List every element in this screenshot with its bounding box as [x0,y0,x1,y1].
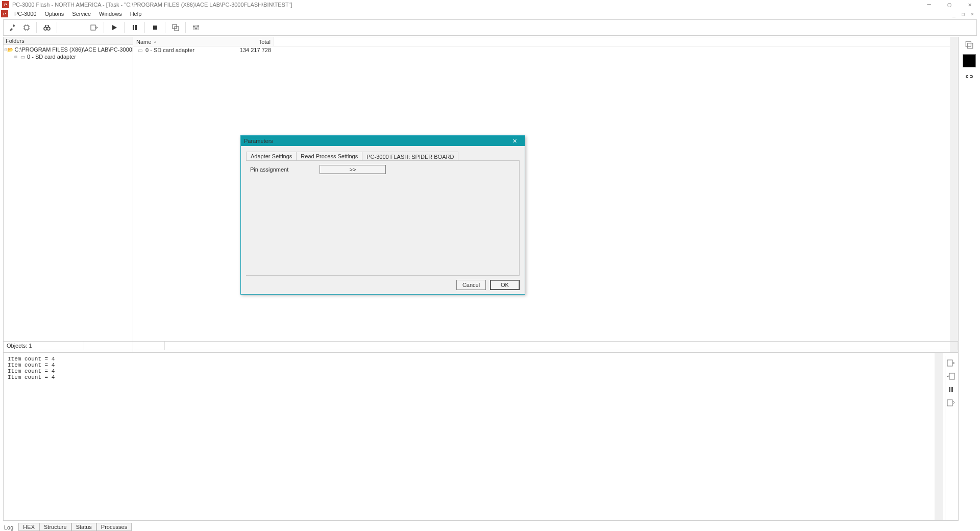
dialog-tabs: Adapter Settings Read Process Settings P… [246,150,520,160]
pin-assignment-button[interactable]: >> [320,165,386,174]
menu-service[interactable]: Service [68,10,95,17]
svg-rect-0 [24,26,29,30]
cell-total: 134 217 728 [240,47,271,53]
svg-rect-4 [133,25,134,30]
tab-log[interactable]: Log [3,524,18,531]
svg-point-11 [198,26,199,27]
svg-rect-13 [968,43,973,49]
status-bar: Objects: 1 [3,341,959,350]
status-cell-3 [165,342,958,350]
bottom-tabbar: Log HEX Structure Status Processes [3,522,977,531]
link-icon[interactable] [963,70,976,83]
app-icon: P [2,1,9,8]
svg-rect-17 [951,387,953,392]
svg-rect-12 [966,41,971,46]
drive-icon: ▭ [136,47,143,53]
window-minimize-button[interactable]: ─ [919,0,939,9]
column-name-label: Name [136,39,151,45]
mdi-close-button[interactable]: × [968,10,977,17]
tree-root-row[interactable]: ⊟ 📂 C:\PROGRAM FILES (X86)\ACE LAB\PC-30… [5,46,132,53]
log-clear-icon[interactable] [945,398,957,408]
cancel-button[interactable]: Cancel [456,280,486,290]
menubar: P PC-3000 Options Service Windows Help _… [0,9,980,18]
tab-processes[interactable]: Processes [96,523,132,531]
tools-icon[interactable] [6,21,19,34]
svg-rect-3 [91,25,95,30]
svg-rect-14 [947,360,952,366]
pause-icon[interactable] [128,21,141,34]
param-row-pin-assignment: Pin assignment >> [250,165,515,174]
drive-icon: ▭ [19,54,26,60]
right-sidebar [962,37,977,399]
dialog-close-button[interactable]: ✕ [507,136,522,146]
svg-rect-15 [949,373,954,379]
status-objects: Objects: 1 [4,342,84,350]
dialog-button-row: Cancel OK [241,276,525,294]
status-cell-2 [84,342,165,350]
window-titlebar: P PC-3000 Flash - NORTH AMERICA - [Task … [0,0,980,9]
svg-rect-16 [949,387,950,392]
svg-rect-5 [135,25,137,30]
log-side-toolbar [943,353,958,520]
svg-point-10 [195,28,197,30]
column-name[interactable]: Name ▵ [133,37,233,46]
column-total[interactable]: Total [233,37,274,46]
document-icon: P [1,10,8,17]
sort-asc-icon: ▵ [154,39,156,44]
export-icon[interactable] [87,21,101,34]
menu-options[interactable]: Options [40,10,68,17]
folder-open-icon: 📂 [7,46,13,53]
expand-icon[interactable]: ⊞ [13,54,19,59]
dialog-tab-spider-board[interactable]: PC-3000 FLASH: SPIDER BOARD [362,152,458,161]
mdi-minimize-button[interactable]: _ [949,10,959,17]
dialog-tab-adapter[interactable]: Adapter Settings [246,152,297,160]
ok-button[interactable]: OK [490,280,520,290]
dialog-titlebar[interactable]: Parameters ✕ [241,136,525,146]
dialog-title: Parameters [244,138,273,144]
log-panel: Item count = 4 Item count = 4 Item count… [3,352,959,521]
log-vscrollbar[interactable] [935,353,943,520]
tree-root-label: C:\PROGRAM FILES (X86)\ACE LAB\PC-3000FL… [14,46,133,53]
layers-icon[interactable] [963,39,976,51]
svg-point-1 [44,27,47,30]
svg-point-9 [193,26,195,28]
cell-name: 0 - SD card adapter [145,47,194,53]
log-text[interactable]: Item count = 4 Item count = 4 Item count… [4,353,935,520]
play-icon[interactable] [108,21,121,34]
log-pause-icon[interactable] [945,384,957,395]
mdi-restore-button[interactable]: ❐ [959,10,968,17]
tab-hex[interactable]: HEX [18,523,39,531]
menu-help[interactable]: Help [126,10,146,17]
chip-icon[interactable] [20,21,33,34]
svg-point-2 [47,27,50,30]
dialog-tab-page: Pin assignment >> [246,160,520,276]
log-import-icon[interactable] [945,371,957,381]
tree-child-row[interactable]: ⊞ ▭ 0 - SD card adapter [5,53,132,60]
binoculars-icon[interactable] [40,21,54,34]
folder-tree[interactable]: ⊟ 📂 C:\PROGRAM FILES (X86)\ACE LAB\PC-30… [4,45,133,391]
grid-header: Name ▵ Total [133,37,958,46]
table-row[interactable]: ▭ 0 - SD card adapter 134 217 728 [133,46,958,54]
color-swatch[interactable] [963,54,976,67]
menu-pc3000[interactable]: PC-3000 [10,10,40,17]
tab-structure[interactable]: Structure [39,523,71,531]
column-total-label: Total [259,39,271,45]
settings-icon[interactable] [189,21,203,34]
toolbar [3,19,977,36]
svg-rect-18 [947,400,952,406]
window-close-button[interactable]: ✕ [960,0,980,9]
param-label: Pin assignment [250,166,314,173]
svg-rect-6 [153,26,157,30]
dialog-tab-read-process[interactable]: Read Process Settings [297,152,362,160]
menu-windows[interactable]: Windows [95,10,126,17]
window-title: PC-3000 Flash - NORTH AMERICA - [Task - … [12,2,978,8]
cascade-icon[interactable] [169,21,182,34]
parameters-dialog: Parameters ✕ Adapter Settings Read Proce… [240,135,525,295]
folders-pane-title: Folders [4,37,133,45]
stop-icon[interactable] [149,21,162,34]
log-export-icon[interactable] [945,358,957,368]
tab-status[interactable]: Status [71,523,96,531]
window-maximize-button[interactable]: ▢ [939,0,960,9]
tree-child-label: 0 - SD card adapter [27,54,76,60]
